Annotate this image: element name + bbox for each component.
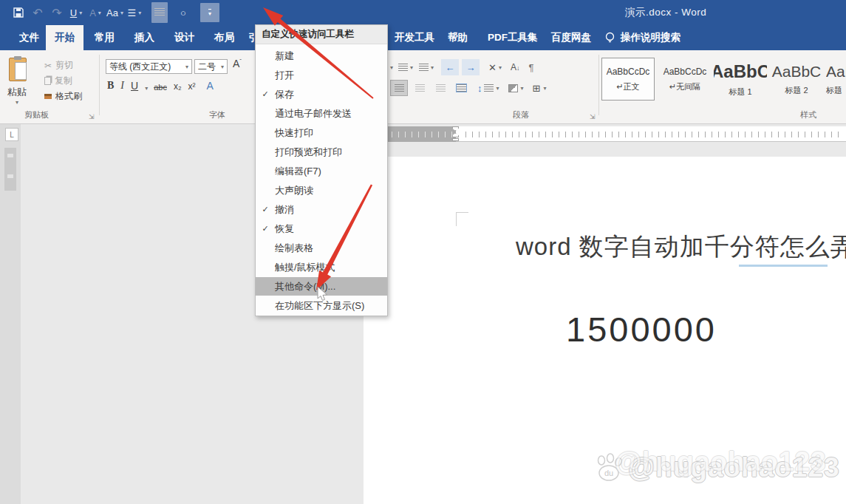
paragraph-row-1: ▾ ▾ ▾ ← → ✕▾ A↓ ¶ (390, 59, 533, 75)
clipboard-dialog-launcher-icon[interactable]: ⇲ (89, 113, 95, 120)
tab-insert[interactable]: 插入 (126, 25, 163, 50)
font-color-button[interactable]: A▾ (87, 2, 103, 23)
proofing-underline (739, 265, 828, 267)
horizontal-ruler[interactable] (362, 126, 846, 142)
clipboard-group-label: 剪贴板 (24, 109, 49, 120)
chevron-down-icon: ▾ (4, 99, 30, 106)
tab-stop-selector[interactable]: L (5, 128, 18, 141)
menu-item-draw-table[interactable]: 绘制表格 (256, 239, 387, 257)
align-center-button[interactable] (411, 80, 429, 96)
superscript-button[interactable]: x² (188, 81, 196, 92)
decrease-indent-button[interactable]: ← (441, 59, 459, 75)
tab-baidu-netdisk[interactable]: 百度网盘 (542, 25, 600, 50)
paste-button[interactable]: 粘贴 ▾ (4, 56, 30, 106)
undo-icon[interactable]: ↶ (30, 2, 46, 23)
customize-qat-icon: ▾ (208, 9, 211, 17)
asian-layout-button[interactable]: ✕ (488, 62, 497, 73)
borders-button[interactable]: ⊞ (533, 83, 541, 94)
style-heading-1[interactable]: AaBbC 标题 1 (714, 58, 767, 101)
shading-bucket-icon[interactable] (508, 84, 518, 92)
align-right-button[interactable] (431, 80, 449, 96)
change-case-button[interactable]: Aa▾ (106, 2, 123, 23)
menu-header: 自定义快速访问工具栏 (256, 25, 387, 44)
tab-file[interactable]: 文件 (10, 25, 48, 50)
vertical-ruler (4, 148, 16, 191)
shading-icon (154, 8, 165, 17)
tab-layout[interactable]: 布局 (205, 25, 243, 50)
document-number-text[interactable]: 1500000 (566, 309, 717, 350)
style-no-spacing[interactable]: AaBbCcDc ↵无间隔 (658, 58, 712, 101)
svg-text:du: du (604, 469, 613, 477)
text-boundary-corner-mark (456, 212, 457, 226)
menu-item-undo[interactable]: ✓撤消 (256, 200, 387, 219)
bullets-button[interactable]: ☰▾ (126, 2, 143, 23)
document-heading-text[interactable]: word 数字自动加千分符怎么弄 (516, 231, 846, 264)
tell-me-search[interactable]: 操作说明搜索 (604, 25, 680, 50)
copy-button[interactable]: 复制 (44, 75, 72, 87)
scissors-icon: ✂ (44, 61, 52, 71)
align-left-button[interactable] (390, 80, 408, 96)
chevron-down-icon: ▾ (79, 10, 82, 16)
show-marks-button[interactable]: ¶ (528, 62, 533, 73)
paragraph-dialog-launcher-icon[interactable]: ⇲ (590, 113, 596, 120)
grow-font-button[interactable]: Aˆ (233, 58, 242, 69)
customize-qat-dropdown-button[interactable]: ▾ (200, 3, 219, 22)
copy-icon (44, 77, 51, 85)
menu-item-quick-print[interactable]: 快速打印 (256, 123, 387, 142)
menu-item-more-commands[interactable]: 其他命令(M)... (256, 277, 387, 296)
menu-item-touch-mouse-mode[interactable]: 触摸/鼠标模式 (256, 258, 387, 276)
menu-item-save[interactable]: ✓保存 (256, 85, 387, 103)
menu-item-open[interactable]: 打开 (256, 66, 387, 84)
underline-button[interactable]: U▾ (68, 2, 84, 23)
lightbulb-icon (604, 32, 615, 44)
menu-item-show-below-ribbon[interactable]: 在功能区下方显示(S) (256, 296, 387, 315)
tab-home[interactable]: 开始 (46, 25, 83, 50)
font-size-select[interactable]: 二号▾ (194, 59, 228, 74)
italic-button[interactable]: I (120, 80, 124, 92)
multilevel-list-icon[interactable] (419, 64, 429, 71)
style-heading-3[interactable]: AaBbC 标题 (826, 58, 846, 101)
format-painter-button[interactable]: 格式刷 (44, 90, 82, 103)
numbered-list-icon[interactable] (398, 64, 408, 71)
menu-item-new[interactable]: 新建 (256, 47, 387, 65)
tab-help[interactable]: 帮助 (439, 25, 477, 50)
cut-button[interactable]: ✂剪切 (44, 59, 73, 72)
styles-group-label: 样式 (800, 109, 816, 120)
tab-developer[interactable]: 开发工具 (386, 25, 443, 50)
customize-qat-menu: 自定义快速访问工具栏 新建 打开 ✓保存 通过电子邮件发送 快速打印 打印预览和… (255, 24, 388, 316)
menu-item-read-aloud[interactable]: 大声朗读 (256, 181, 387, 200)
font-buttons-row: B I U ▾ abc x₂ x² A (107, 80, 220, 92)
tab-pdf-tools[interactable]: PDF工具集 (479, 25, 547, 50)
menu-item-print-preview[interactable]: 打印预览和打印 (256, 143, 387, 161)
menu-item-editor[interactable]: 编辑器(F7) (256, 162, 387, 180)
ribbon: 粘贴 ▾ ✂剪切 复制 格式刷 剪贴板 ⇲ 等线 (西文正文)▾ 二号▾ Aˆ … (0, 50, 846, 124)
increase-indent-button[interactable]: → (462, 59, 480, 75)
font-name-select[interactable]: 等线 (西文正文)▾ (106, 59, 192, 74)
chevron-down-icon[interactable]: ▾ (145, 85, 148, 92)
sort-button[interactable]: A↓ (511, 62, 520, 72)
check-icon: ✓ (256, 205, 275, 214)
text-effects-button[interactable]: A (207, 80, 214, 92)
tab-design[interactable]: 设计 (166, 25, 203, 50)
document-page[interactable]: word 数字自动加千分符怎么弄 1500000 du @hugaohao123… (364, 157, 846, 504)
check-icon: ✓ (256, 224, 275, 234)
bold-button[interactable]: B (107, 80, 114, 92)
format-painter-icon (44, 94, 52, 99)
subscript-button[interactable]: x₂ (174, 81, 182, 92)
left-indent-marker[interactable] (452, 138, 459, 141)
line-spacing-button[interactable]: ↕ (477, 83, 482, 94)
shading-button[interactable] (151, 2, 168, 23)
strikethrough-button[interactable]: abc (154, 83, 167, 92)
menu-item-email[interactable]: 通过电子邮件发送 (256, 104, 387, 123)
tab-common[interactable]: 常用 (86, 25, 123, 50)
style-heading-2[interactable]: AaBbC 标题 2 (770, 58, 823, 101)
distribute-button[interactable] (452, 80, 470, 96)
chevron-down-icon: ▾ (138, 10, 141, 16)
oval-shape-button[interactable]: ○ (175, 2, 191, 23)
underline-button-ribbon[interactable]: U (131, 80, 138, 92)
menu-item-redo[interactable]: ✓恢复 (256, 219, 387, 238)
save-icon[interactable] (10, 2, 27, 23)
redo-icon[interactable]: ↷ (49, 2, 65, 23)
style-normal[interactable]: AaBbCcDc ↵正文 (601, 58, 655, 101)
chevron-down-icon: ▾ (120, 10, 123, 16)
